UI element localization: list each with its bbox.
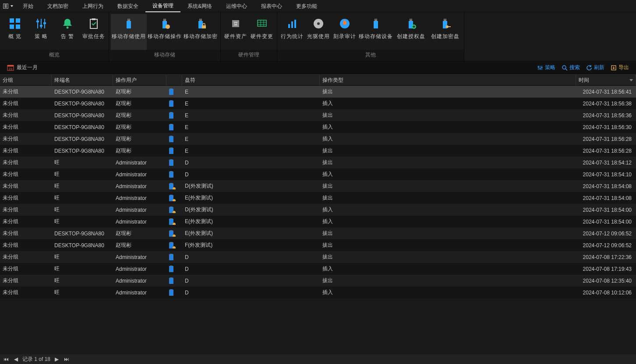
cell-group: 未分组 [0,253,52,261]
date-range-label[interactable]: 最近一月 [17,64,38,71]
cell-group: 未分组 [0,265,52,273]
ribbon-行为统计[interactable]: 行为统计 [279,14,305,50]
table-row[interactable]: 未分组旺AdministratorD拔出2024-07-31 18:54:12 [0,157,636,168]
ribbon-刻录审计[interactable]: 刻录审计 [332,14,358,50]
col-icon[interactable] [166,75,182,85]
app-menu-icon[interactable] [3,1,13,11]
filter-toolbar: 23 最近一月 策略搜索刷新导出 [0,61,636,74]
menu-系统&网络[interactable]: 系统&网络 [180,0,219,12]
usb-icon [169,290,173,296]
refresh-button[interactable]: 刷新 [586,64,604,71]
cell-drive: E(外发测试) [182,218,320,225]
cell-group: 未分组 [0,147,52,154]
cell-time: 2024-07-12 09:06:52 [576,231,636,237]
ribbon-label: 策 略 [35,33,48,39]
cell-icon [166,230,182,237]
cell-time: 2024-07-08 17:19:43 [576,266,636,272]
menu-数据安全[interactable]: 数据安全 [110,0,145,12]
nav-first-icon[interactable]: ⏮ [3,356,10,362]
ribbon-移动存储使用[interactable]: 移动存储使用 [111,14,147,50]
table-row[interactable]: 未分组旺AdministratorD插入2024-07-08 17:19:43 [0,263,636,275]
col-drive[interactable]: 盘符 [182,75,320,85]
cell-time: 2024-07-31 18:54:08 [576,195,636,201]
table-row[interactable]: 未分组DESKTOP-9G8NA80赵现彬E插入2024-07-31 18:56… [0,98,636,109]
usb-icon [169,242,173,248]
sliders-icon [537,65,543,71]
ribbon-label: 硬件变更 [251,33,273,39]
ribbon-创建加密盘[interactable]: 创建加密盘 [428,14,462,50]
cell-group: 未分组 [0,289,52,296]
ribbon-概  览[interactable]: 概 览 [2,14,28,50]
toolbar-action-label: 刷新 [594,64,604,71]
col-operation[interactable]: 操作类型 [320,75,576,85]
nav-prev-icon[interactable]: ◀ [13,356,19,362]
table-row[interactable]: 未分组旺AdministratorD(外发测试)插入2024-07-31 18:… [0,204,636,216]
cell-group: 未分组 [0,171,52,178]
cell-icon [166,254,182,260]
ribbon-审批任务[interactable]: 审批任务 [81,14,107,50]
cell-drive: D(外发测试) [182,182,320,190]
table-row[interactable]: 未分组DESKTOP-9G8NA80赵现彬E拔出2024-07-31 18:56… [0,145,636,157]
ribbon-移动存储加密[interactable]: 移动存储加密 [183,14,219,50]
cell-user: 赵现彬 [113,147,166,154]
search-button[interactable]: 搜索 [562,64,580,71]
cell-time: 2024-07-08 10:12:06 [576,290,636,296]
svg-rect-40 [291,21,293,28]
cell-time: 2024-07-08 12:35:40 [576,278,636,284]
svg-rect-5 [16,18,20,23]
col-time[interactable]: 时间 [576,75,636,85]
ribbon-策  略[interactable]: 策 略 [28,14,54,50]
search-icon [562,65,568,71]
ribbon-移动存储操作[interactable]: 移动存储操作 [147,14,183,50]
table-row[interactable]: 未分组DESKTOP-9G8NA80赵现彬E拔出2024-07-31 18:56… [0,86,636,98]
ribbon-硬件变更[interactable]: 硬件变更 [249,14,275,50]
cell-time: 2024-07-31 18:56:36 [576,112,636,119]
table-row[interactable]: 未分组旺AdministratorD插入2024-07-08 10:12:06 [0,287,636,298]
table-row[interactable]: 未分组旺AdministratorE(外发测试)拔出2024-07-31 18:… [0,192,636,204]
menu-报表中心[interactable]: 报表中心 [254,0,289,12]
menu-运维中心[interactable]: 运维中心 [219,0,254,12]
table-row[interactable]: 未分组旺AdministratorD(外发测试)拔出2024-07-31 18:… [0,180,636,192]
usb-icon [169,101,173,107]
cell-drive: D(外发测试) [182,206,320,214]
ribbon-创建授权盘[interactable]: 创建授权盘 [394,14,428,50]
policy-button[interactable]: 策略 [537,64,555,71]
cell-drive: E [182,89,320,95]
table-row[interactable]: 未分组DESKTOP-9G8NA80赵现彬E拔出2024-07-31 18:56… [0,109,636,121]
table-row[interactable]: 未分组DESKTOP-9G8NA80赵现彬E(外发测试)拔出2024-07-12… [0,228,636,239]
cell-terminal: DESKTOP-9G8NA80 [52,112,113,119]
menu-文档加密[interactable]: 文档加密 [40,0,75,12]
table-row[interactable]: 未分组旺AdministratorE(外发测试)插入2024-07-31 18:… [0,216,636,228]
nav-next-icon[interactable]: ▶ [54,356,60,362]
cell-group: 未分组 [0,123,52,131]
cell-terminal: 旺 [52,206,113,214]
table-row[interactable]: 未分组旺AdministratorD拔出2024-07-08 17:22:36 [0,251,636,263]
col-group[interactable]: 分组 [0,75,52,85]
cell-user: 赵现彬 [113,230,166,237]
menu-设备管理[interactable]: 设备管理 [145,0,180,12]
table-row[interactable]: 未分组DESKTOP-9G8NA80赵现彬E插入2024-07-31 18:56… [0,133,636,145]
usb-icon [169,124,173,130]
col-terminal[interactable]: 终端名 [52,75,113,85]
ribbon-硬件资产[interactable]: CPU硬件资产 [223,14,249,50]
table-row[interactable]: 未分组DESKTOP-9G8NA80赵现彬E插入2024-07-31 18:56… [0,121,636,133]
ribbon-移动存储设备[interactable]: 移动存储设备 [358,14,394,50]
export-button[interactable]: 导出 [611,64,629,71]
cell-icon [166,195,182,201]
ribbon-告  警[interactable]: 告 警 [54,14,81,50]
usb-icon [169,254,173,260]
table-row[interactable]: 未分组DESKTOP-9G8NA80赵现彬F(外发测试)拔出2024-07-12… [0,239,636,251]
cell-time: 2024-07-31 18:56:30 [576,124,636,130]
table-row[interactable]: 未分组旺AdministratorD拔出2024-07-08 12:35:40 [0,275,636,287]
cell-drive: E [182,101,320,107]
menu-更多功能[interactable]: 更多功能 [289,0,324,12]
menu-上网行为[interactable]: 上网行为 [75,0,110,12]
cell-group: 未分组 [0,182,52,190]
table-row[interactable]: 未分组旺AdministratorD插入2024-07-31 18:54:10 [0,168,636,180]
refresh-icon [586,65,592,71]
col-user[interactable]: 操作用户 [113,75,166,85]
cell-terminal: DESKTOP-9G8NA80 [52,124,113,130]
ribbon-光驱使用[interactable]: 光驱使用 [305,14,332,50]
nav-last-icon[interactable]: ⏭ [63,356,70,362]
menu-开始[interactable]: 开始 [16,0,40,12]
